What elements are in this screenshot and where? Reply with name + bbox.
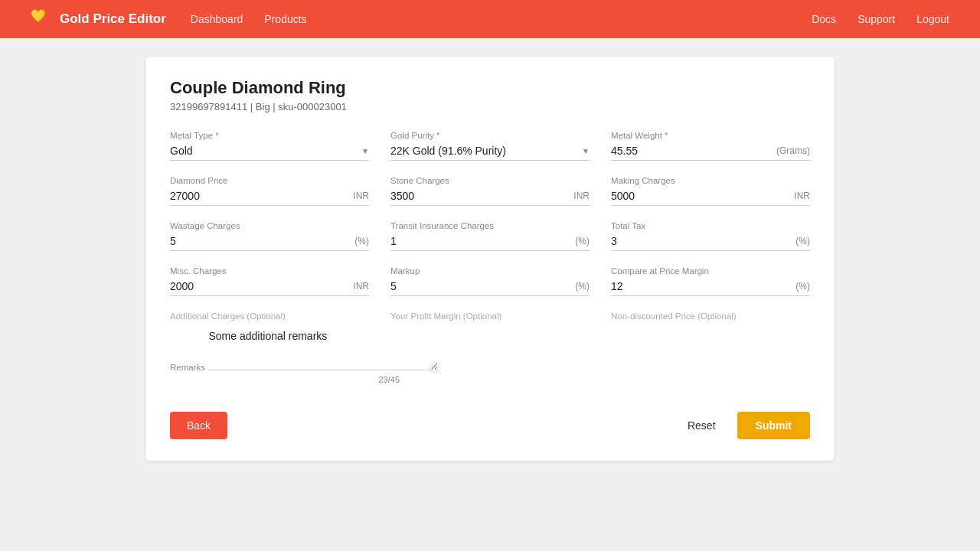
gold-purity-select-wrapper: 22K Gold (91.6% Purity) 18K Gold (75% Pu… — [390, 145, 590, 161]
form-row-4: Misc. Charges INR Markup (%) Compare at … — [170, 266, 810, 296]
product-header: Couple Diamond Ring 32199697891411 | Big… — [170, 78, 810, 112]
wastage-charges-label: Wastage Charges — [170, 221, 369, 230]
metal-type-select[interactable]: Gold Silver Platinum — [170, 145, 361, 157]
total-tax-group: Total Tax (%) — [611, 221, 810, 251]
product-title: Couple Diamond Ring — [170, 78, 810, 98]
transit-insurance-wrapper: (%) — [390, 235, 590, 251]
metal-type-chevron-icon: ▼ — [361, 147, 369, 155]
nav-products-link[interactable]: Products — [264, 13, 306, 25]
form-row-3: Wastage Charges (%) Transit Insurance Ch… — [170, 221, 810, 251]
non-discounted-optional-label: Non-discounted Price (Optional) — [611, 311, 810, 321]
reset-button[interactable]: Reset — [675, 412, 728, 439]
making-charges-wrapper: INR — [611, 190, 810, 206]
compare-price-margin-wrapper: (%) — [611, 280, 810, 296]
diamond-price-label: Diamond Price — [170, 176, 369, 185]
transit-insurance-unit: (%) — [575, 236, 590, 246]
nav-brand: 💛 Gold Price Editor — [31, 8, 166, 30]
transit-insurance-input[interactable] — [390, 235, 572, 247]
total-tax-input[interactable] — [611, 235, 792, 247]
gold-purity-label: Gold Purity * — [390, 131, 590, 140]
form-card: Couple Diamond Ring 32199697891411 | Big… — [145, 57, 835, 461]
stone-charges-label: Stone Charges — [390, 176, 590, 185]
markup-wrapper: (%) — [390, 280, 590, 296]
product-meta: 32199697891411 | Big | sku-000023001 — [170, 101, 810, 112]
additional-charges-optional-label: Additional Charges (Optional) — [170, 311, 369, 321]
wastage-charges-input[interactable] — [170, 235, 351, 247]
main-content: Couple Diamond Ring 32199697891411 | Big… — [0, 38, 980, 479]
misc-charges-wrapper: INR — [170, 280, 369, 296]
metal-weight-label: Metal Weight * — [611, 131, 810, 140]
form-row-2: Diamond Price INR Stone Charges INR Maki… — [170, 176, 810, 206]
misc-charges-unit: INR — [353, 281, 369, 292]
nav-dashboard-link[interactable]: Dashboard — [191, 13, 243, 25]
profit-margin-optional-label: Your Profit Margin (Optional) — [390, 311, 590, 321]
gold-purity-group: Gold Purity * 22K Gold (91.6% Purity) 18… — [390, 131, 590, 161]
diamond-price-wrapper: INR — [170, 190, 369, 206]
metal-weight-input[interactable] — [611, 145, 773, 157]
making-charges-unit: INR — [794, 191, 810, 201]
gold-purity-chevron-icon: ▼ — [582, 147, 590, 155]
markup-input[interactable] — [390, 280, 572, 292]
metal-weight-unit: (Grams) — [776, 145, 810, 156]
wastage-charges-unit: (%) — [354, 236, 369, 246]
making-charges-input[interactable] — [611, 190, 791, 202]
compare-price-margin-input[interactable] — [611, 280, 792, 292]
making-charges-label: Making Charges — [611, 176, 810, 185]
remarks-char-count: 23/45 — [170, 375, 400, 384]
total-tax-wrapper: (%) — [611, 235, 810, 251]
misc-charges-input[interactable] — [170, 280, 350, 292]
misc-charges-group: Misc. Charges INR — [170, 266, 369, 296]
markup-label: Markup — [390, 266, 590, 276]
btn-group-right: Reset Submit — [675, 412, 810, 439]
gold-purity-select[interactable]: 22K Gold (91.6% Purity) 18K Gold (75% Pu… — [390, 145, 582, 157]
card-footer: Back Reset Submit — [170, 399, 810, 439]
nav-right: Docs Support Logout — [812, 13, 949, 25]
stone-charges-wrapper: INR — [390, 190, 590, 206]
metal-weight-group: Metal Weight * (Grams) — [611, 131, 810, 161]
diamond-price-group: Diamond Price INR — [170, 176, 369, 206]
metal-type-group: Metal Type * Gold Silver Platinum ▼ — [170, 131, 369, 161]
app-title: Gold Price Editor — [60, 11, 166, 27]
stone-charges-unit: INR — [573, 191, 590, 201]
making-charges-group: Making Charges INR — [611, 176, 810, 206]
compare-price-margin-label: Compare at Price Margin — [611, 266, 810, 276]
remarks-textarea[interactable]: Some additional remarks — [208, 327, 438, 370]
transit-insurance-label: Transit Insurance Charges — [390, 221, 590, 230]
nav-docs-link[interactable]: Docs — [812, 13, 836, 25]
optional-labels-row: Additional Charges (Optional) Your Profi… — [170, 311, 810, 324]
wastage-charges-wrapper: (%) — [170, 235, 369, 251]
remarks-label: Remarks — [170, 363, 205, 372]
remarks-group: Remarks Some additional remarks 23/45 — [170, 327, 810, 384]
total-tax-unit: (%) — [795, 236, 810, 246]
misc-charges-label: Misc. Charges — [170, 266, 369, 276]
navbar: 💛 Gold Price Editor Dashboard Products D… — [0, 0, 980, 38]
back-button[interactable]: Back — [170, 412, 227, 439]
stone-charges-input[interactable] — [390, 190, 570, 202]
stone-charges-group: Stone Charges INR — [390, 176, 590, 206]
diamond-price-unit: INR — [353, 191, 369, 201]
nav-left: 💛 Gold Price Editor Dashboard Products — [31, 8, 307, 30]
compare-price-margin-unit: (%) — [795, 281, 810, 292]
markup-unit: (%) — [575, 281, 590, 292]
diamond-price-input[interactable] — [170, 190, 350, 202]
transit-insurance-group: Transit Insurance Charges (%) — [390, 221, 590, 251]
nav-links: Dashboard Products — [191, 13, 307, 25]
metal-type-select-wrapper: Gold Silver Platinum ▼ — [170, 145, 369, 161]
brand-logo-icon: 💛 — [31, 8, 52, 30]
compare-price-margin-group: Compare at Price Margin (%) — [611, 266, 810, 296]
nav-support-link[interactable]: Support — [858, 13, 895, 25]
metal-weight-wrapper: (Grams) — [611, 145, 810, 161]
form-row-1: Metal Type * Gold Silver Platinum ▼ Gold… — [170, 131, 810, 161]
wastage-charges-group: Wastage Charges (%) — [170, 221, 369, 251]
nav-logout-link[interactable]: Logout — [916, 13, 949, 25]
submit-button[interactable]: Submit — [737, 412, 810, 439]
markup-group: Markup (%) — [390, 266, 590, 296]
metal-type-label: Metal Type * — [170, 131, 369, 140]
total-tax-label: Total Tax — [611, 221, 810, 230]
